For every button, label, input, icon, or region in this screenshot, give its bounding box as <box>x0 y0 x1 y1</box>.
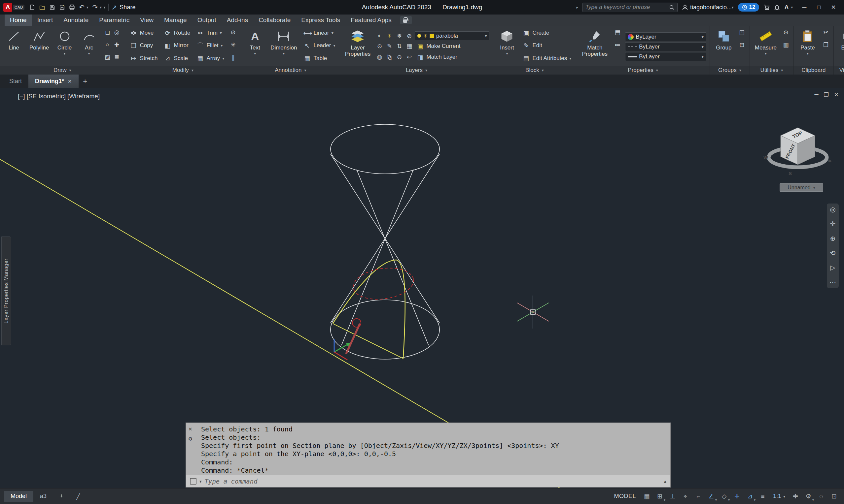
layer-states-button[interactable]: ▦ <box>405 42 413 51</box>
layer-off-button[interactable]: ◐ <box>375 32 384 40</box>
isodraft-toggle[interactable]: ◇▾ <box>718 491 730 502</box>
drawing-minimize-icon[interactable]: ─ <box>814 91 818 98</box>
rectangle-button[interactable]: ◻ <box>103 28 112 37</box>
hatch-button[interactable]: ▨ <box>103 53 112 61</box>
open-file-icon[interactable] <box>39 4 45 10</box>
layer-thaw-button[interactable]: ☀ <box>385 32 394 40</box>
viewport-view-button[interactable]: [SE Isometric] <box>27 93 66 100</box>
circle-button[interactable]: Circle ▾ <box>54 28 75 65</box>
boundary-button[interactable]: ◎ <box>113 28 121 37</box>
command-input[interactable] <box>205 478 661 485</box>
layout-slash-icon[interactable]: ╱ <box>70 491 87 502</box>
linear-button[interactable]: ⟷Linear▾ <box>302 28 337 38</box>
measure-button[interactable]: Measure ▾ <box>753 28 778 65</box>
section-grip[interactable] <box>352 319 361 327</box>
layer-walk-button[interactable]: ◍ <box>375 53 384 61</box>
match-properties-button[interactable]: Match Properties <box>580 28 610 65</box>
move-button[interactable]: ✜Move <box>128 28 159 38</box>
osnap-toggle[interactable]: ⊿▾ <box>744 491 756 502</box>
viewcube-south-label[interactable]: S <box>789 170 792 176</box>
osnap-tracking-toggle[interactable]: ✛ <box>731 491 743 502</box>
layer-merge-button[interactable]: ⧎ <box>385 53 394 61</box>
lineweight-dropdown[interactable]: ByLayer ▾ <box>625 52 706 61</box>
notifications-icon[interactable] <box>774 4 780 10</box>
layer-properties-button[interactable]: Layer Properties <box>343 28 372 65</box>
new-layout-button[interactable]: + <box>53 491 70 502</box>
close-button[interactable]: ✕ <box>826 0 841 15</box>
panel-title-annotation[interactable]: Annotation▾ <box>241 66 340 74</box>
pan-icon[interactable]: ✛ <box>830 221 836 227</box>
layer-isolate-button[interactable]: ⊙ <box>375 42 384 51</box>
view-cube[interactable]: TOP FRONT W S E <box>758 119 838 181</box>
nav-wheel-icon[interactable]: ◎ <box>830 206 836 213</box>
cut-button[interactable]: ✂ <box>822 28 830 37</box>
zoom-icon[interactable]: ⊕ <box>830 235 836 242</box>
tab-parametric[interactable]: Parametric <box>94 15 135 26</box>
command-tools-icon[interactable]: ⚙ <box>189 436 192 442</box>
plot-icon[interactable] <box>69 4 75 10</box>
undo-button[interactable]: ↶ <box>79 4 85 11</box>
app-menu-button[interactable]: A CAD <box>3 3 24 12</box>
annotation-monitor-toggle[interactable]: ✚ <box>790 491 802 502</box>
search-expand-icon[interactable]: ▸ <box>576 5 578 10</box>
panel-title-utilities[interactable]: Utilities▾ <box>750 66 793 74</box>
isolate-objects-toggle[interactable]: ◌ <box>815 491 827 502</box>
new-drawing-button[interactable]: + <box>79 74 92 88</box>
qat-customize-icon[interactable]: ▾ <box>104 5 106 10</box>
file-tab-drawing1[interactable]: Drawing1* ✕ <box>29 74 79 88</box>
quick-select-button[interactable]: ⊚ <box>781 28 790 37</box>
tab-collaborate[interactable]: Collaborate <box>253 15 296 26</box>
layer-dropdown[interactable]: ☀ parabola ▾ <box>415 31 489 40</box>
titlebar-more-icon[interactable]: ▾ <box>791 5 793 10</box>
nav-more-icon[interactable]: ⋯ <box>829 279 836 285</box>
drawing-close-icon[interactable]: ✕ <box>834 91 839 98</box>
model-space-canvas[interactable]: [−] [SE Isometric] [Wireframe] ─ ❐ ✕ TOP… <box>0 88 844 488</box>
polar-tracking-toggle[interactable]: ∠▾ <box>705 491 717 502</box>
maximize-button[interactable]: □ <box>812 0 826 15</box>
search-input[interactable] <box>585 4 667 11</box>
erase-button[interactable]: ⊘ <box>229 28 237 37</box>
group-edit-button[interactable]: ⊟ <box>738 40 746 49</box>
base-button[interactable]: Base ▾ <box>837 28 844 65</box>
command-window[interactable]: ✕ ⚙ Select objects: 1 found Select objec… <box>186 422 671 487</box>
trim-button[interactable]: ✂Trim▾ <box>195 28 226 38</box>
undo-dropdown-icon[interactable]: ▾ <box>87 5 88 10</box>
ungroup-button[interactable]: ◳ <box>738 28 746 37</box>
layer-delete-button[interactable]: ⊖ <box>395 53 403 61</box>
arc-button[interactable]: Arc ▾ <box>79 28 100 65</box>
share-button[interactable]: Share <box>111 4 135 11</box>
layer-properties-palette-tab[interactable]: Layer Properties Manager <box>1 236 11 345</box>
create-block-button[interactable]: ▣Create <box>521 28 572 38</box>
show-motion-icon[interactable]: ▷ <box>830 264 835 271</box>
table-button[interactable]: ▦Table <box>302 53 337 63</box>
new-file-icon[interactable] <box>29 4 35 10</box>
tab-home[interactable]: Home <box>5 15 32 26</box>
orbit-icon[interactable]: ⟲ <box>830 250 836 256</box>
line-button[interactable]: Line <box>3 28 24 65</box>
layer-edit-button[interactable]: ✎ <box>385 42 394 51</box>
layer-lock-button[interactable]: ⊘ <box>405 32 413 40</box>
file-tab-close-icon[interactable]: ✕ <box>68 78 72 85</box>
object-color-dropdown[interactable]: ByLayer ▾ <box>625 32 706 41</box>
insert-block-button[interactable]: Insert ▾ <box>496 28 517 65</box>
ellipse-button[interactable]: ○ <box>103 40 112 49</box>
group-button[interactable]: Group <box>713 28 734 65</box>
tab-output[interactable]: Output <box>192 15 222 26</box>
rotate-button[interactable]: ⟳Rotate <box>162 28 191 38</box>
panel-title-view[interactable]: View▾ <box>834 66 844 74</box>
lineweight-toggle[interactable]: ≡ <box>757 491 769 502</box>
snap-toggle[interactable]: ⊞▾ <box>654 491 666 502</box>
command-close-icon[interactable]: ✕ <box>189 426 192 432</box>
drawing-restore-icon[interactable]: ❐ <box>824 91 829 98</box>
stretch-button[interactable]: ↦Stretch <box>128 53 159 63</box>
copy-clip-button[interactable]: ❐ <box>822 40 830 49</box>
layer-order-button[interactable]: ⇅ <box>395 42 403 51</box>
tab-manage[interactable]: Manage <box>159 15 192 26</box>
mirror-button[interactable]: ◧Mirror <box>162 40 191 51</box>
region-button[interactable]: ≣ <box>113 53 121 61</box>
model-space-toggle[interactable]: MODEL <box>610 493 640 500</box>
layout-tab-a3[interactable]: a3 <box>33 491 53 502</box>
viewport-controls-button[interactable]: [−] <box>18 93 25 100</box>
save-icon[interactable] <box>49 4 55 10</box>
tab-annotate[interactable]: Annotate <box>58 15 94 26</box>
